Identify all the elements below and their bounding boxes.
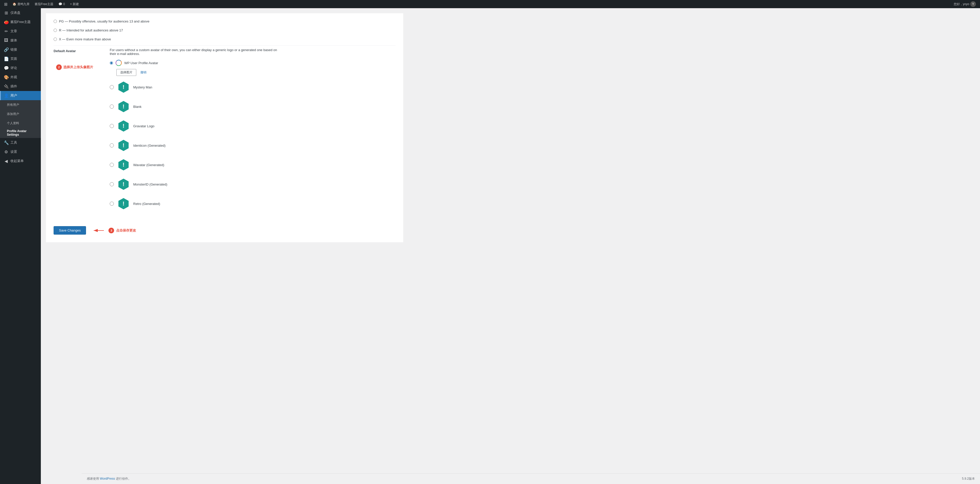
theme-label: 酱茄Free主题: [35, 2, 53, 6]
wp-logo-btn[interactable]: ⊞: [2, 0, 10, 8]
appearance-icon: 🎨: [4, 75, 8, 80]
gravatar-hex-svg: !: [118, 120, 130, 132]
page-footer: 感谢使用 WordPress 进行创作。 5.9.2版本: [82, 473, 980, 484]
wavatar-label: Wavatar (Generated): [133, 163, 164, 167]
sidebar-item-posts-label: 文章: [11, 29, 17, 34]
avatar-option-wavatar: ! Wavatar (Generated): [110, 158, 396, 172]
avatar-description: For users without a custom avatar of the…: [110, 48, 283, 56]
sidebar-item-links[interactable]: 🔗 链接: [0, 45, 41, 54]
site-name-btn[interactable]: 🏠 鹿鸣九章: [11, 0, 32, 8]
wp-user-radio[interactable]: [110, 61, 113, 65]
svg-text:!: !: [123, 123, 124, 129]
avatar-option-blank: ! Blank: [110, 99, 396, 114]
home-icon: 🏠: [13, 2, 16, 6]
sidebar-item-dashboard-label: 仪表盘: [11, 11, 21, 15]
sidebar-item-settings[interactable]: ⚙ 设置: [0, 147, 41, 157]
sidebar-item-tools[interactable]: 🔧 工具: [0, 138, 41, 147]
theme-btn[interactable]: 酱茄Free主题: [33, 0, 56, 8]
wavatar-hex-svg: !: [118, 159, 130, 171]
submenu-profile[interactable]: 个人资料: [0, 118, 41, 128]
tools-icon: 🔧: [4, 140, 8, 145]
avatar-options-list: ! Mystery Man !: [110, 80, 396, 211]
theme-icon: 🍅: [4, 20, 8, 24]
settings-icon: ⚙: [4, 150, 8, 154]
wavatar-avatar: !: [118, 159, 130, 171]
svg-text:!: !: [123, 181, 124, 187]
user-greeting[interactable]: 您好，yoyo Y: [952, 0, 978, 8]
save-section: Save Changes 3 点击保存更改: [54, 226, 396, 235]
svg-text:!: !: [123, 103, 124, 110]
rating-pg-radio[interactable]: [54, 20, 57, 23]
links-icon: 🔗: [4, 47, 8, 52]
avatar-identicon-radio[interactable]: [110, 143, 114, 147]
identicon-avatar: !: [118, 139, 130, 152]
sidebar-item-posts[interactable]: ✏ 文章: [0, 27, 41, 36]
wp-logo-icon: ⊞: [4, 2, 7, 6]
users-submenu: 所有用户 添加用户 个人资料 Profile Avatar Settings: [0, 100, 41, 138]
new-btn-label: + 新建: [70, 2, 79, 6]
sidebar-item-collapse[interactable]: ◀ 收起菜单: [0, 157, 41, 166]
sidebar-item-pages-label: 页面: [11, 56, 17, 61]
sidebar-item-comments[interactable]: 💬 评论: [0, 63, 41, 73]
comments-btn[interactable]: 💬 0: [56, 0, 67, 8]
rating-pg-label: PG — Possibly offensive, usually for aud…: [59, 19, 150, 23]
save-changes-button[interactable]: Save Changes: [54, 226, 86, 235]
mystery-man-label: Mystery Man: [133, 85, 152, 89]
monsterid-avatar: !: [118, 178, 130, 190]
sidebar-item-settings-label: 设置: [11, 150, 17, 154]
sidebar-item-users[interactable]: 👤 用户: [0, 91, 41, 100]
avatar-option-mystery: ! Mystery Man: [110, 80, 396, 94]
sidebar-item-theme[interactable]: 🍅 酱茄Free主题: [0, 18, 41, 27]
users-icon: 👤: [4, 93, 8, 98]
gravatar-logo-avatar: !: [118, 120, 130, 132]
greeting-text: 您好，yoyo: [954, 2, 969, 6]
sidebar-item-media-label: 媒体: [11, 38, 17, 43]
avatar-blank-radio[interactable]: [110, 104, 114, 109]
sidebar-item-pages[interactable]: 📄 页面: [0, 54, 41, 63]
blank-label: Blank: [133, 105, 142, 109]
plugins-icon: 🔌: [4, 84, 8, 89]
svg-text:!: !: [123, 84, 124, 90]
comments-icon: 💬: [59, 2, 62, 6]
retro-hex-svg: !: [118, 198, 130, 210]
avatar-monsterid-radio[interactable]: [110, 182, 114, 186]
footer-wp-link[interactable]: WordPress: [100, 477, 115, 481]
monsterid-label: MonsterID (Generated): [133, 182, 167, 186]
gravatar-logo-label: Gravatar Logo: [133, 124, 154, 128]
submenu-avatar-settings[interactable]: Profile Avatar Settings: [0, 128, 41, 138]
sidebar-item-links-label: 链接: [11, 47, 17, 52]
choose-image-button[interactable]: 选择图片: [116, 69, 136, 76]
add-user-label: 添加用户: [7, 112, 19, 116]
footer-text: 感谢使用: [87, 477, 99, 481]
step3-circle: 3: [108, 228, 114, 233]
mystery-hex-svg: !: [118, 81, 130, 93]
avatar-mystery-radio[interactable]: [110, 85, 114, 89]
svg-text:!: !: [123, 161, 124, 168]
avatar-option-retro: ! Retro (Generated): [110, 196, 396, 211]
sidebar-item-comments-label: 评论: [11, 65, 17, 70]
annotation-step3: 3 点击保存更改: [91, 227, 136, 234]
blank-avatar: !: [118, 101, 130, 113]
rating-x-label: X — Even more mature than above: [59, 37, 111, 41]
cancel-button[interactable]: 撤销: [138, 69, 148, 76]
new-content-btn[interactable]: + 新建: [68, 0, 81, 8]
admin-bar: ⊞ 🏠 鹿鸣九章 酱茄Free主题 💬 0 + 新建 您好，yoyo Y: [0, 0, 980, 8]
submenu-add-user[interactable]: 添加用户: [0, 109, 41, 118]
monsterid-hex-svg: !: [118, 178, 130, 190]
comments-count: 0: [63, 2, 65, 6]
sidebar-item-appearance-label: 外观: [11, 75, 17, 80]
default-avatar-label: Default Avatar: [54, 48, 110, 53]
user-avatar-icon: Y: [970, 1, 976, 7]
submenu-all-users[interactable]: 所有用户: [0, 100, 41, 109]
rating-pg-row: PG — Possibly offensive, usually for aud…: [54, 18, 396, 24]
avatar-gravatar-radio[interactable]: [110, 124, 114, 128]
sidebar-item-appearance[interactable]: 🎨 外观: [0, 73, 41, 82]
avatar-retro-radio[interactable]: [110, 201, 114, 206]
sidebar-item-plugins[interactable]: 🔌 插件: [0, 82, 41, 91]
sidebar-item-dashboard[interactable]: ⊞ 仪表盘: [0, 8, 41, 18]
rating-x-radio[interactable]: [54, 38, 57, 41]
avatar-options-content: For users without a custom avatar of the…: [110, 48, 396, 216]
sidebar-item-media[interactable]: 🖼 媒体: [0, 36, 41, 45]
rating-r-radio[interactable]: [54, 29, 57, 32]
avatar-wavatar-radio[interactable]: [110, 163, 114, 167]
